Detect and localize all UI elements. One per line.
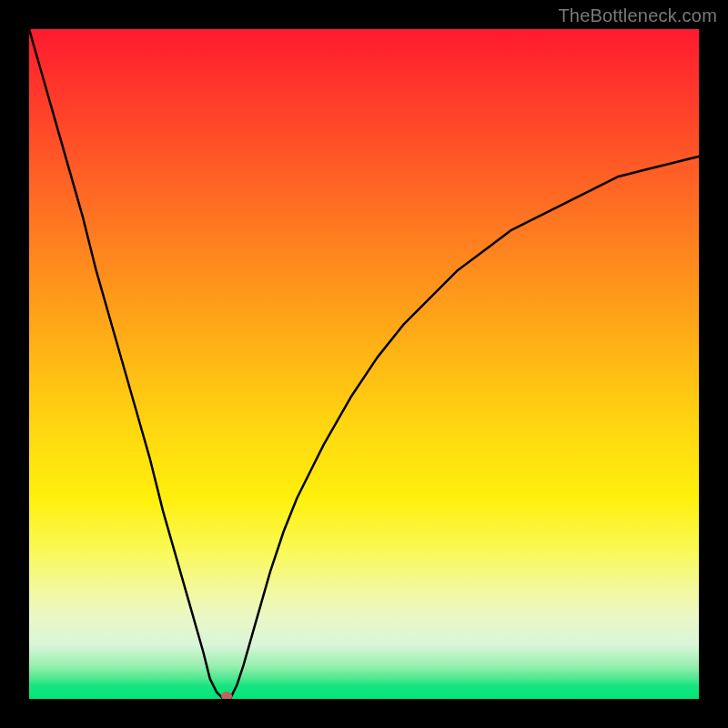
plot-area [29,29,699,699]
watermark-label: TheBottleneck.com [558,5,717,26]
chart-frame: TheBottleneck.com [0,0,728,728]
